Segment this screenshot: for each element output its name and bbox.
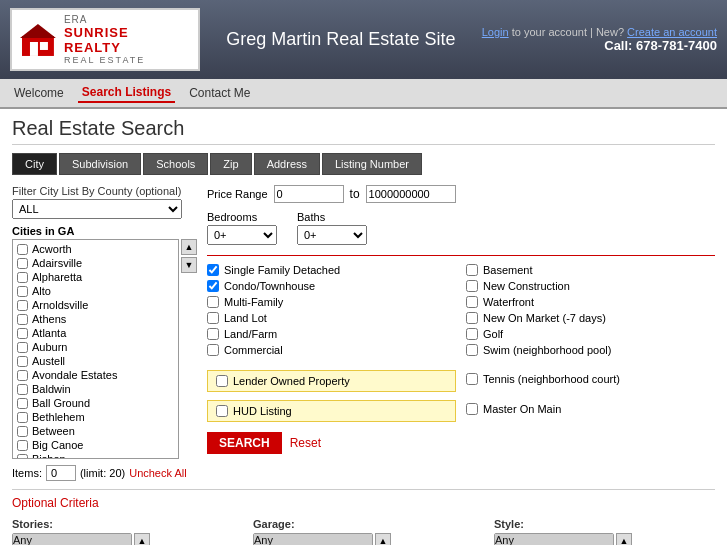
city-checkbox-bishop[interactable] — [17, 454, 28, 460]
checkbox-tennis[interactable] — [466, 373, 478, 385]
checkbox-multi-family[interactable] — [207, 296, 219, 308]
option-condo[interactable]: Condo/Townhouse — [207, 280, 456, 292]
checkbox-basement[interactable] — [466, 264, 478, 276]
checkbox-golf[interactable] — [466, 328, 478, 340]
stories-option-any[interactable]: Any — [13, 534, 131, 545]
list-item[interactable]: Bishop — [15, 452, 176, 459]
checkbox-single-family[interactable] — [207, 264, 219, 276]
list-item[interactable]: Between — [15, 424, 176, 438]
city-checkbox-baldwin[interactable] — [17, 384, 28, 395]
option-golf[interactable]: Golf — [466, 328, 715, 340]
option-basement[interactable]: Basement — [466, 264, 715, 276]
list-item[interactable]: Adairsville — [15, 256, 176, 270]
city-checkbox-alpharetta[interactable] — [17, 272, 28, 283]
list-item[interactable]: Baldwin — [15, 382, 176, 396]
bedrooms-select[interactable]: 0+1+2+3+4+ — [207, 225, 277, 245]
city-checkbox-big-canoe[interactable] — [17, 440, 28, 451]
checkbox-new-construction[interactable] — [466, 280, 478, 292]
stories-group: Stories: Any 1 Story 1.5 Story 2 Story ▲… — [12, 518, 233, 545]
option-lender-owned[interactable]: Lender Owned Property — [216, 375, 447, 387]
tab-zip[interactable]: Zip — [210, 153, 251, 175]
option-land-lot[interactable]: Land Lot — [207, 312, 456, 324]
city-checkbox-atlanta[interactable] — [17, 328, 28, 339]
checkbox-swim[interactable] — [466, 344, 478, 356]
list-item[interactable]: Acworth — [15, 242, 176, 256]
list-item[interactable]: Avondale Estates — [15, 368, 176, 382]
svg-rect-3 — [40, 41, 48, 49]
city-checkbox-alto[interactable] — [17, 286, 28, 297]
search-button[interactable]: SEARCH — [207, 432, 282, 454]
tab-address[interactable]: Address — [254, 153, 320, 175]
city-checkbox-auburn[interactable] — [17, 342, 28, 353]
tab-city[interactable]: City — [12, 153, 57, 175]
city-checkbox-athens[interactable] — [17, 314, 28, 325]
style-scroll-up[interactable]: ▲ — [616, 533, 632, 545]
city-checkbox-austell[interactable] — [17, 356, 28, 367]
option-swim[interactable]: Swim (neighborhood pool) — [466, 344, 715, 356]
list-item[interactable]: Austell — [15, 354, 176, 368]
option-land-farm[interactable]: Land/Farm — [207, 328, 456, 340]
cities-list[interactable]: Acworth Adairsville Alpharetta Alto Arno… — [12, 239, 179, 459]
stories-listbox[interactable]: Any 1 Story 1.5 Story 2 Story — [12, 533, 132, 545]
list-item[interactable]: Arnoldsville — [15, 298, 176, 312]
reset-button[interactable]: Reset — [290, 436, 321, 450]
checkbox-land-farm[interactable] — [207, 328, 219, 340]
tab-listing-number[interactable]: Listing Number — [322, 153, 422, 175]
city-checkbox-bethlehem[interactable] — [17, 412, 28, 423]
list-item[interactable]: Auburn — [15, 340, 176, 354]
checkbox-hud[interactable] — [216, 405, 228, 417]
list-item[interactable]: Athens — [15, 312, 176, 326]
option-multi-family[interactable]: Multi-Family — [207, 296, 456, 308]
items-row: Items: (limit: 20) Uncheck All — [12, 465, 197, 481]
nav-welcome[interactable]: Welcome — [10, 84, 68, 102]
option-commercial[interactable]: Commercial — [207, 344, 456, 356]
option-waterfront[interactable]: Waterfront — [466, 296, 715, 308]
county-filter-select[interactable]: ALL — [12, 199, 182, 219]
price-from-input[interactable] — [274, 185, 344, 203]
nav-contact-me[interactable]: Contact Me — [185, 84, 254, 102]
checkbox-master-on-main[interactable] — [466, 403, 478, 415]
list-item[interactable]: Alpharetta — [15, 270, 176, 284]
nav-search-listings[interactable]: Search Listings — [78, 83, 175, 103]
tab-subdivision[interactable]: Subdivision — [59, 153, 141, 175]
stories-scroll-up[interactable]: ▲ — [134, 533, 150, 545]
list-item[interactable]: Atlanta — [15, 326, 176, 340]
city-checkbox-acworth[interactable] — [17, 244, 28, 255]
city-checkbox-ball-ground[interactable] — [17, 398, 28, 409]
garage-listbox[interactable]: Any 1 Car Garage 2 Car Garage 3 Car Gara… — [253, 533, 373, 545]
checkbox-new-on-market[interactable] — [466, 312, 478, 324]
checkbox-lender-owned[interactable] — [216, 375, 228, 387]
login-link[interactable]: Login — [482, 26, 509, 38]
cities-scroll-up[interactable]: ▲ — [181, 239, 197, 255]
create-account-link[interactable]: Create an account — [627, 26, 717, 38]
checkbox-land-lot[interactable] — [207, 312, 219, 324]
option-master-on-main[interactable]: Master On Main — [466, 396, 715, 422]
city-checkbox-arnoldsville[interactable] — [17, 300, 28, 311]
option-hud[interactable]: HUD Listing — [216, 405, 447, 417]
garage-scroll-up[interactable]: ▲ — [375, 533, 391, 545]
style-option-any[interactable]: Any — [495, 534, 613, 545]
style-listbox-container: Any A-Frame Bungalow Cape Cod ▲ ▼ — [494, 533, 715, 545]
baths-select[interactable]: 0+1+2+3+4+ — [297, 225, 367, 245]
option-new-construction[interactable]: New Construction — [466, 280, 715, 292]
city-checkbox-avondale[interactable] — [17, 370, 28, 381]
option-single-family[interactable]: Single Family Detached — [207, 264, 456, 276]
option-tennis[interactable]: Tennis (neighborhood court) — [466, 366, 715, 392]
list-item[interactable]: Alto — [15, 284, 176, 298]
option-new-on-market[interactable]: New On Market (-7 days) — [466, 312, 715, 324]
garage-option-any[interactable]: Any — [254, 534, 372, 545]
checkbox-condo[interactable] — [207, 280, 219, 292]
cities-scroll-down[interactable]: ▼ — [181, 257, 197, 273]
list-item[interactable]: Ball Ground — [15, 396, 176, 410]
price-to-input[interactable] — [366, 185, 456, 203]
checkbox-waterfront[interactable] — [466, 296, 478, 308]
city-checkbox-adairsville[interactable] — [17, 258, 28, 269]
style-listbox[interactable]: Any A-Frame Bungalow Cape Cod — [494, 533, 614, 545]
checkbox-commercial[interactable] — [207, 344, 219, 356]
tab-schools[interactable]: Schools — [143, 153, 208, 175]
items-count-input[interactable] — [46, 465, 76, 481]
list-item[interactable]: Bethlehem — [15, 410, 176, 424]
uncheck-all-link[interactable]: Uncheck All — [129, 467, 186, 479]
list-item[interactable]: Big Canoe — [15, 438, 176, 452]
city-checkbox-between[interactable] — [17, 426, 28, 437]
